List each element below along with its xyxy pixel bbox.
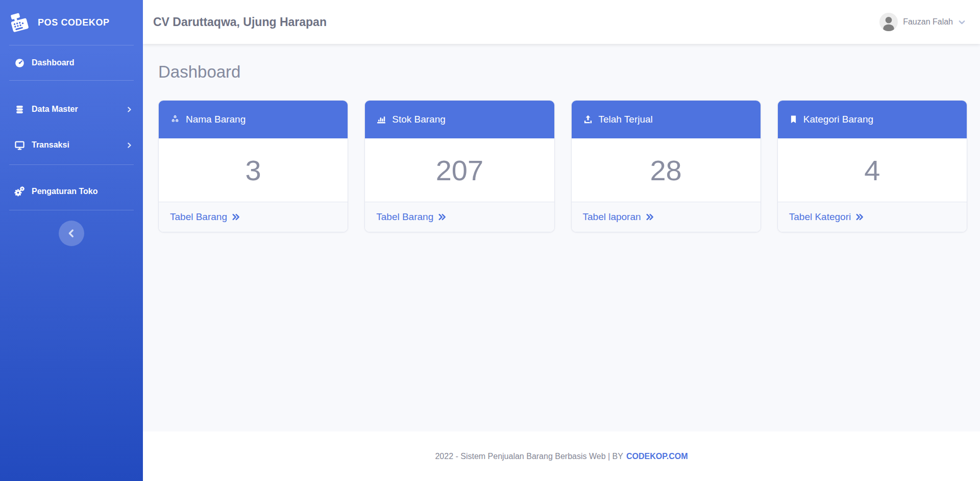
sidebar-item-pengaturan-toko[interactable]: Pengaturan Toko [0,178,143,205]
card-link-tabel-laporan[interactable]: Tabel laporan [583,211,654,223]
card-link-tabel-kategori[interactable]: Tabel Kategori [789,211,864,223]
bookmark-icon [789,114,798,125]
avatar [879,13,898,31]
card-header: Stok Barang [365,101,554,138]
topbar: CV Daruttaqwa, Ujung Harapan Fauzan Fala… [143,0,980,44]
card-title: Telah Terjual [599,114,653,125]
card-value: 28 [572,138,761,202]
user-menu[interactable]: Fauzan Falah [879,13,966,31]
store-title: CV Daruttaqwa, Ujung Harapan [153,15,327,29]
card-stok-barang: Stok Barang 207 Tabel Barang [364,100,554,232]
chevron-right-icon [126,142,133,149]
chevron-left-icon [66,228,77,239]
cubes-icon [170,114,180,125]
sidebar-divider [9,164,134,165]
angle-double-right-icon [855,212,864,222]
card-link-label: Tabel Barang [170,211,227,223]
card-link-tabel-barang[interactable]: Tabel Barang [170,211,240,223]
card-footer: Tabel Barang [159,202,348,232]
brand-label: POS CODEKOP [38,17,110,28]
card-link-tabel-barang[interactable]: Tabel Barang [376,211,447,223]
page-title: Dashboard [158,62,967,82]
card-link-label: Tabel Barang [376,211,433,223]
card-title: Nama Barang [186,114,246,125]
main-area: CV Daruttaqwa, Ujung Harapan Fauzan Fala… [143,0,980,481]
card-value: 207 [365,138,554,202]
sidebar-item-label: Pengaturan Toko [32,187,98,196]
database-icon [13,105,26,114]
card-telah-terjual: Telah Terjual 28 Tabel laporan [571,100,761,232]
tachometer-icon [13,58,26,68]
card-kategori-barang: Kategori Barang 4 Tabel Kategori [777,100,967,232]
chevron-down-icon [958,18,966,26]
card-link-label: Tabel Kategori [789,211,851,223]
card-header: Telah Terjual [572,101,761,138]
cash-register-icon [8,11,32,34]
angle-double-right-icon [231,212,240,222]
content: Dashboard Nama Barang 3 [143,44,980,431]
chevron-right-icon [126,106,133,113]
sidebar-item-dashboard[interactable]: Dashboard [0,50,143,76]
sidebar-item-transaksi[interactable]: Transaksi [0,132,143,158]
card-header: Kategori Barang [778,101,967,138]
brand[interactable]: POS CODEKOP [0,0,143,45]
gears-icon [13,186,26,197]
card-header: Nama Barang [159,101,348,138]
angle-double-right-icon [437,212,447,222]
card-footer: Tabel Barang [365,202,554,232]
sidebar-collapse-area [0,221,143,246]
card-title: Stok Barang [392,114,446,125]
card-value: 4 [778,138,967,202]
sidebar-item-label: Dashboard [32,58,75,67]
sidebar-divider [9,210,134,210]
footer-text: 2022 - Sistem Penjualan Barang Berbasis … [435,452,623,461]
sidebar: POS CODEKOP Dashboard Data Master Transa… [0,0,143,481]
sidebar-item-label: Transaksi [32,140,69,150]
user-name: Fauzan Falah [903,17,953,27]
card-footer: Tabel laporan [572,202,761,232]
card-value: 3 [159,138,348,202]
page-footer: 2022 - Sistem Penjualan Barang Berbasis … [143,431,980,481]
sidebar-item-data-master[interactable]: Data Master [0,96,143,123]
sidebar-divider [9,80,134,81]
chart-bar-icon [376,114,386,125]
footer-codekop-link[interactable]: CODEKOP.COM [626,452,688,461]
upload-icon [583,114,593,125]
sidebar-divider [9,45,134,45]
card-title: Kategori Barang [803,114,873,125]
desktop-icon [13,140,26,151]
sidebar-collapse-button[interactable] [59,221,84,246]
angle-double-right-icon [645,212,654,222]
card-nama-barang: Nama Barang 3 Tabel Barang [158,100,348,232]
sidebar-item-label: Data Master [32,105,78,114]
card-link-label: Tabel laporan [583,211,641,223]
card-footer: Tabel Kategori [778,202,967,232]
stat-cards: Nama Barang 3 Tabel Barang [158,100,967,232]
